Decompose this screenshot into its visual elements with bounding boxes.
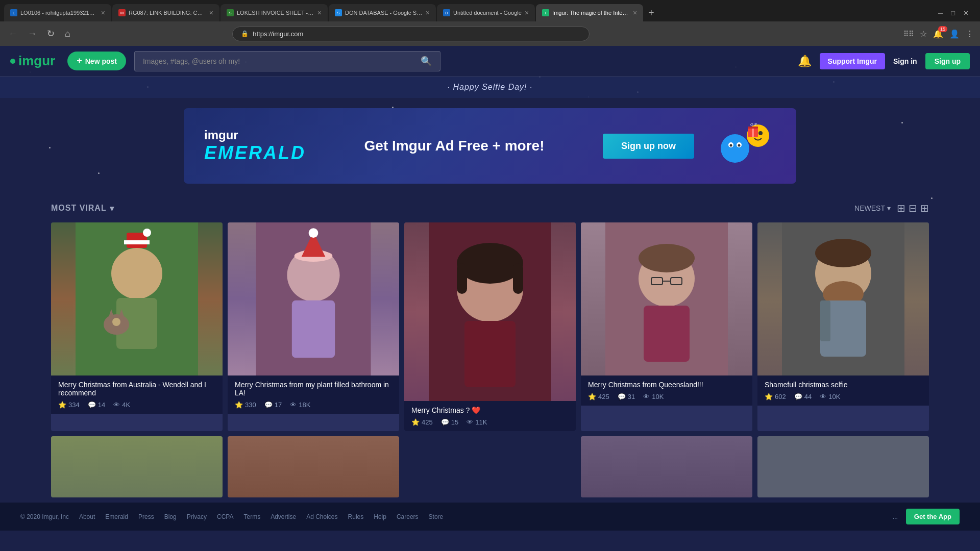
post-card-3[interactable]: Merry Christmas ? ❤️ ⭐ 425 💬 15 👁 11K xyxy=(404,222,576,431)
menu-icon[interactable]: ⋮ xyxy=(966,29,974,39)
notification-icon[interactable]: 🔔 xyxy=(798,55,812,68)
footer-rules[interactable]: Rules xyxy=(348,513,364,520)
post-card-8[interactable] xyxy=(581,436,752,497)
mascot-svg: GIF xyxy=(715,120,776,171)
footer-store[interactable]: Store xyxy=(429,513,444,520)
back-button[interactable]: ← xyxy=(6,27,19,41)
post-title-3: Merry Christmas ? ❤️ xyxy=(411,406,569,414)
footer-emerald[interactable]: Emerald xyxy=(105,513,128,520)
view-stat-5: 👁 10K xyxy=(820,393,840,400)
bookmark-icon[interactable]: ☆ xyxy=(920,29,927,39)
footer-terms[interactable]: Terms xyxy=(243,513,260,520)
most-viral-dropdown[interactable]: MOST VIRAL ▾ xyxy=(51,204,114,213)
logo-dot xyxy=(10,59,15,64)
footer-press[interactable]: Press xyxy=(138,513,154,520)
tab-label-gdoc: Untitled document - Google xyxy=(453,10,522,16)
signup-now-button[interactable]: Sign up now xyxy=(603,134,694,159)
post-image-2 xyxy=(228,222,399,375)
win-close[interactable]: ✕ xyxy=(960,9,972,17)
tab-gdoc[interactable]: D Untitled document - Google × xyxy=(437,4,535,21)
imgur-logo[interactable]: imgur xyxy=(10,53,55,69)
post-card-5[interactable]: Shamefull christmas selfie ⭐ 602 💬 44 👁 … xyxy=(757,222,929,431)
tab-lo0106[interactable]: L LO0106 - rohitgupta199321@... × xyxy=(4,4,111,21)
most-viral-label: MOST VIRAL xyxy=(51,204,107,213)
win-maximize[interactable]: □ xyxy=(948,9,958,17)
search-button[interactable]: 🔍 xyxy=(421,56,432,67)
new-tab-button[interactable]: + xyxy=(644,7,658,19)
support-button[interactable]: Support Imgur xyxy=(820,53,885,69)
win-minimize[interactable]: ─ xyxy=(935,9,946,17)
post-title-5: Shamefull christmas selfie xyxy=(765,381,922,389)
plus-icon: + xyxy=(77,56,82,66)
signup-button[interactable]: Sign up xyxy=(925,53,970,69)
tab-close-lo[interactable]: × xyxy=(101,9,105,17)
svg-point-2 xyxy=(758,131,763,135)
extensions-icon[interactable]: ⠿⠿ xyxy=(903,30,914,38)
svg-point-21 xyxy=(112,318,120,326)
footer-ad-choices[interactable]: Ad Choices xyxy=(306,513,337,520)
post-photo-svg-2 xyxy=(228,222,399,375)
search-bar[interactable]: 🔍 xyxy=(134,51,440,71)
url-bar[interactable]: 🔒 https://imgur.com xyxy=(232,27,590,41)
new-post-button[interactable]: + New post xyxy=(67,52,126,70)
tab-label-don: DON DATABASE - Google She... xyxy=(345,10,423,16)
footer-about[interactable]: About xyxy=(79,513,95,520)
footer-ccpa[interactable]: CCPA xyxy=(217,513,233,520)
get-app-button[interactable]: Get the App xyxy=(906,509,960,524)
promo-text: Get Imgur Ad Free + more! xyxy=(326,138,582,154)
forward-button[interactable]: → xyxy=(26,27,39,41)
view-large-icon[interactable]: ⊞ xyxy=(897,202,905,214)
signin-button[interactable]: Sign in xyxy=(893,57,917,65)
post-image-3 xyxy=(404,222,576,401)
account-icon[interactable]: 👤 xyxy=(949,29,960,39)
footer-careers[interactable]: Careers xyxy=(397,513,419,520)
post-card-info-4: Merry Christmas from Queensland!!! ⭐ 425… xyxy=(581,375,752,406)
footer-privacy[interactable]: Privacy xyxy=(187,513,207,520)
footer-advertise[interactable]: Advertise xyxy=(271,513,296,520)
post-photo-svg-5 xyxy=(757,222,929,375)
tab-close-gdoc[interactable]: × xyxy=(525,9,529,17)
main-content: MOST VIRAL ▾ NEWEST ▾ ⊞ ⊟ ⊞ xyxy=(0,194,980,497)
tab-imgur[interactable]: i Imgur: The magic of the Intern... × xyxy=(536,4,643,21)
svg-rect-32 xyxy=(513,263,523,294)
view-small-icon[interactable]: ⊞ xyxy=(920,202,929,214)
svg-point-7 xyxy=(738,144,741,147)
view-stat-4: 👁 10K xyxy=(643,393,664,400)
image-grid-row1: Merry Christmas from Australia - Wendell… xyxy=(51,222,929,431)
tab-close-lokesh[interactable]: × xyxy=(317,9,322,17)
tab-don[interactable]: S DON DATABASE - Google She... × xyxy=(329,4,436,21)
post-card-1[interactable]: Merry Christmas from Australia - Wendell… xyxy=(51,222,223,431)
tab-rg087[interactable]: M RG087: LINK BUILDING: CB N... × xyxy=(112,4,219,21)
svg-point-15 xyxy=(143,229,151,237)
post-card-2[interactable]: Merry Christmas from my plant filled bat… xyxy=(228,222,399,431)
tab-favicon-imgur: i xyxy=(542,9,549,16)
footer-blog[interactable]: Blog xyxy=(164,513,177,520)
imgur-header: imgur + New post 🔍 🔔 Support Imgur Sign … xyxy=(0,46,980,77)
post-card-4[interactable]: Merry Christmas from Queensland!!! ⭐ 425… xyxy=(581,222,752,431)
tab-close-imgur[interactable]: × xyxy=(633,9,637,17)
toolbar-icons: ⠿⠿ ☆ 🔔 👤 ⋮ xyxy=(903,29,974,39)
post-card-6[interactable] xyxy=(51,436,223,497)
sort-right: NEWEST ▾ ⊞ ⊟ ⊞ xyxy=(854,202,929,214)
search-input[interactable] xyxy=(143,57,416,65)
notifications-icon[interactable]: 🔔 xyxy=(933,29,943,39)
footer-help[interactable]: Help xyxy=(374,513,386,520)
refresh-button[interactable]: ↻ xyxy=(45,26,57,41)
svg-rect-46 xyxy=(820,300,830,341)
post-card-9[interactable] xyxy=(757,436,929,497)
address-bar: ← → ↻ ⌂ 🔒 https://imgur.com ⠿⠿ ☆ 🔔 👤 ⋮ xyxy=(0,21,980,46)
tab-label-lokesh: LOKESH INVOICE SHEET - Go... xyxy=(237,10,314,16)
emerald-logo-bottom: EMERALD xyxy=(204,142,306,164)
post-image-9 xyxy=(757,436,929,497)
post-card-7[interactable] xyxy=(228,436,399,497)
tab-lokesh[interactable]: S LOKESH INVOICE SHEET - Go... × xyxy=(220,4,328,21)
newest-dropdown[interactable]: NEWEST ▾ xyxy=(854,204,891,212)
view-stat-3: 👁 11K xyxy=(467,418,487,426)
svg-point-39 xyxy=(639,244,695,272)
post-stats-1: ⭐ 334 💬 14 👁 4K xyxy=(58,401,215,409)
view-medium-icon[interactable]: ⊟ xyxy=(909,202,917,214)
tab-close-don[interactable]: × xyxy=(426,9,430,17)
svg-rect-31 xyxy=(457,263,467,294)
home-button[interactable]: ⌂ xyxy=(63,27,72,41)
tab-close-rg[interactable]: × xyxy=(209,9,213,17)
